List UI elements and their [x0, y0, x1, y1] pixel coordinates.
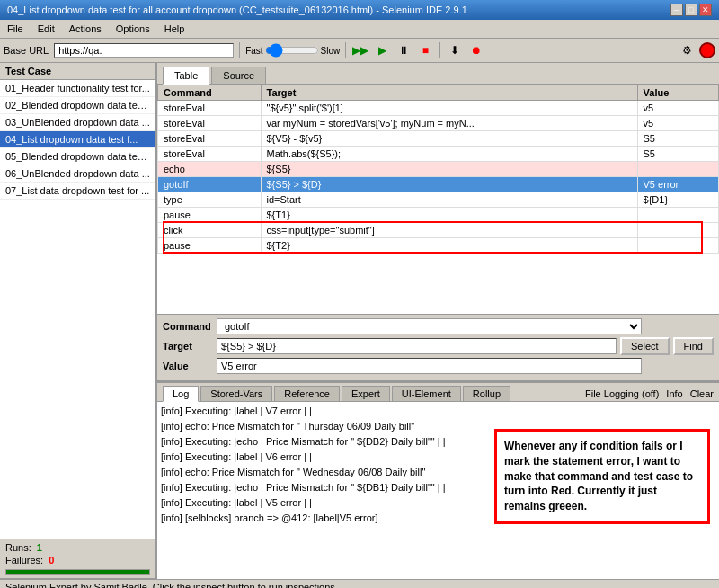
- table-row[interactable]: clickcss=input[type="submit"]: [158, 223, 719, 238]
- test-item-2[interactable]: 02_Blended dropdown data tes...: [0, 97, 155, 114]
- table-cell-command: storeEval: [158, 101, 262, 116]
- col-header-command: Command: [158, 85, 262, 101]
- table-cell-command: echo: [158, 162, 262, 177]
- table-row[interactable]: typeid=Start${D1}: [158, 192, 719, 208]
- bottom-tab-reference[interactable]: Reference: [274, 386, 340, 401]
- table-row[interactable]: storeEvalMath.abs(${S5});S5: [158, 147, 719, 162]
- table-cell-value: S5: [637, 147, 718, 162]
- table-cell-target: Math.abs(${S5});: [261, 147, 637, 162]
- pause-btn[interactable]: ⏸: [395, 41, 413, 59]
- status-line-1: Selenium Expert by Samit Badle. Click th…: [0, 580, 719, 588]
- bottom-tab-rollup[interactable]: Rollup: [463, 386, 510, 401]
- test-item-7[interactable]: 07_List data dropdown test for ...: [0, 183, 155, 200]
- find-button[interactable]: Find: [673, 337, 714, 355]
- table-cell-target: id=Start: [261, 192, 637, 208]
- speed-fast-label: Fast: [245, 46, 262, 56]
- step-btn[interactable]: ⬇: [446, 41, 464, 59]
- tab-source[interactable]: Source: [211, 67, 266, 84]
- play-btn[interactable]: ▶: [373, 41, 391, 59]
- record-btn[interactable]: ⏺: [467, 41, 485, 59]
- table-cell-command: storeEval: [158, 131, 262, 147]
- table-cell-value: [637, 223, 718, 238]
- menu-bar: File Edit Actions Options Help: [0, 20, 719, 39]
- value-input[interactable]: [217, 358, 642, 374]
- failures-value: 0: [49, 555, 54, 566]
- table-cell-value: [637, 162, 718, 177]
- menu-options[interactable]: Options: [112, 22, 154, 36]
- stats-bar: Runs: 1 Failures: 0: [0, 539, 155, 579]
- table-cell-target: ${S5} > ${D}: [261, 177, 637, 192]
- table-cell-command: storeEval: [158, 116, 262, 131]
- info-label[interactable]: Info: [666, 388, 682, 399]
- play-suite-btn[interactable]: ▶▶: [351, 41, 369, 59]
- stop-btn[interactable]: ■: [416, 41, 434, 59]
- main-tab-bar: Table Source: [157, 63, 719, 85]
- table-cell-value: S5: [637, 131, 718, 147]
- base-url-input[interactable]: [54, 43, 234, 58]
- menu-actions[interactable]: Actions: [66, 22, 105, 36]
- bottom-tab-expert[interactable]: Expert: [342, 386, 390, 401]
- test-item-1[interactable]: 01_Header functionality test for...: [0, 80, 155, 97]
- test-item-5[interactable]: 05_Blended dropdown data tes...: [0, 148, 155, 165]
- title-bar: 04_List dropdown data test for all accou…: [0, 0, 719, 20]
- bottom-tab-stored-vars[interactable]: Stored-Vars: [200, 386, 272, 401]
- tab-table[interactable]: Table: [163, 67, 209, 85]
- command-table-container[interactable]: Command Target Value storeEval"${v5}".sp…: [157, 85, 719, 315]
- bottom-tab-ui-element[interactable]: UI-Element: [392, 386, 461, 401]
- close-btn[interactable]: ✕: [699, 4, 712, 16]
- table-cell-target: ${S5}: [261, 162, 637, 177]
- table-cell-target: ${V5} - ${v5}: [261, 131, 637, 147]
- test-panel: Test Case 01_Header functionality test f…: [0, 63, 157, 579]
- command-select[interactable]: gotoIf: [217, 318, 642, 334]
- menu-help[interactable]: Help: [161, 22, 189, 36]
- window-controls[interactable]: ─ □ ✕: [670, 4, 712, 16]
- failures-stat: Failures: 0: [5, 555, 150, 566]
- menu-file[interactable]: File: [4, 22, 27, 36]
- table-row[interactable]: storeEval"${v5}".split('$')[1]v5: [158, 101, 719, 116]
- base-url-label: Base URL: [4, 45, 49, 56]
- target-label: Target: [163, 341, 217, 352]
- table-row[interactable]: echo${S5}: [158, 162, 719, 177]
- table-row[interactable]: gotoIf${S5} > ${D}V5 error: [158, 177, 719, 192]
- table-cell-target: ${T2}: [261, 238, 637, 254]
- value-row: Value: [163, 358, 714, 374]
- bottom-tab-bar: Log Stored-Vars Reference Expert UI-Elem…: [157, 381, 719, 402]
- menu-edit[interactable]: Edit: [34, 22, 58, 36]
- progress-bar-bg: [5, 569, 150, 575]
- table-cell-value: V5 error: [637, 177, 718, 192]
- table-row[interactable]: pause${T2}: [158, 238, 719, 254]
- toolbar-separator-2: [345, 42, 346, 58]
- table-cell-value: v5: [637, 101, 718, 116]
- speed-slider[interactable]: [265, 45, 319, 56]
- target-input[interactable]: [217, 338, 617, 354]
- bottom-panel: Log Stored-Vars Reference Expert UI-Elem…: [157, 381, 719, 579]
- toolbar-separator-1: [239, 42, 240, 58]
- minimize-btn[interactable]: ─: [670, 4, 683, 16]
- test-item-4[interactable]: 04_List dropdown data test f...: [0, 131, 155, 148]
- table-cell-command: pause: [158, 238, 262, 254]
- clear-label[interactable]: Clear: [690, 388, 714, 399]
- settings-icon[interactable]: ⚙: [678, 41, 696, 59]
- table-row[interactable]: pause${T1}: [158, 208, 719, 223]
- col-header-target: Target: [261, 85, 637, 101]
- table-row[interactable]: storeEval${V5} - ${v5}S5: [158, 131, 719, 147]
- test-item-3[interactable]: 03_UnBlended dropdown data ...: [0, 114, 155, 131]
- table-cell-command: gotoIf: [158, 177, 262, 192]
- maximize-btn[interactable]: □: [685, 4, 697, 16]
- table-cell-command: click: [158, 223, 262, 238]
- runs-label: Runs:: [5, 542, 31, 553]
- test-list: 01_Header functionality test for... 02_B…: [0, 80, 155, 539]
- log-line: [info] Executing: |label | V7 error | |: [161, 404, 715, 419]
- file-logging-label[interactable]: File Logging (off): [585, 388, 659, 399]
- command-label: Command: [163, 321, 217, 332]
- table-row[interactable]: storeEvalvar myNum = storedVars['v5']; m…: [158, 116, 719, 131]
- col-header-value: Value: [637, 85, 718, 101]
- bottom-tab-log[interactable]: Log: [163, 386, 199, 402]
- test-item-6[interactable]: 06_UnBlended dropdown data ...: [0, 165, 155, 183]
- status-bar: Selenium Expert by Samit Badle. Click th…: [0, 579, 719, 588]
- table-cell-value: [637, 238, 718, 254]
- table-cell-value: ${D1}: [637, 192, 718, 208]
- select-button[interactable]: Select: [620, 337, 670, 355]
- table-cell-command: pause: [158, 208, 262, 223]
- table-cell-command: type: [158, 192, 262, 208]
